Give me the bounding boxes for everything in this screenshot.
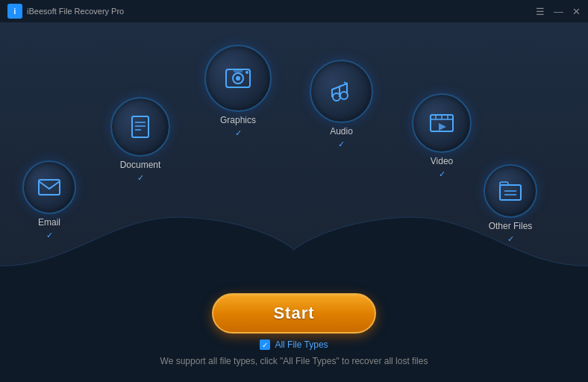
email-circle — [22, 160, 76, 214]
svg-marker-16 — [439, 123, 446, 131]
title-bar-controls: ☰ — ✕ — [536, 7, 581, 16]
otherfiles-label: Other Files — [489, 221, 533, 231]
document-label: Document — [120, 160, 161, 170]
audio-icon-group[interactable]: Audio ✓ — [310, 60, 373, 149]
svg-rect-3 — [234, 69, 243, 72]
video-label: Video — [431, 156, 453, 166]
main-area: Graphics ✓ Audio ✓ — [0, 22, 588, 382]
all-file-types-label[interactable]: All File Types — [275, 339, 328, 350]
svg-rect-7 — [132, 116, 148, 137]
bottom-area: Start ✓ All File Types We support all fi… — [0, 278, 588, 382]
title-bar-left: i iBeesoft File Recovery Pro — [7, 4, 124, 19]
audio-circle — [310, 60, 373, 123]
email-icon-group[interactable]: Email ✓ — [22, 160, 76, 240]
support-text: We support all file types, click "All Fi… — [160, 356, 428, 366]
video-check: ✓ — [439, 169, 445, 179]
graphics-icon-group[interactable]: Graphics ✓ — [204, 45, 272, 138]
video-icon-group[interactable]: Video ✓ — [412, 93, 472, 179]
document-circle — [110, 97, 170, 157]
audio-check: ✓ — [338, 140, 345, 149]
otherfiles-icon-group[interactable]: Other Files ✓ — [484, 164, 537, 244]
otherfiles-circle — [484, 164, 537, 218]
svg-point-4 — [245, 71, 248, 74]
close-button[interactable]: ✕ — [572, 7, 581, 16]
audio-label: Audio — [330, 126, 353, 137]
graphics-label: Graphics — [220, 115, 256, 125]
minimize-button[interactable]: — — [554, 7, 563, 16]
app-icon: i — [7, 4, 22, 19]
svg-rect-17 — [39, 180, 60, 195]
graphics-circle — [204, 45, 272, 112]
app-title: iBeesoft File Recovery Pro — [27, 7, 124, 16]
menu-button[interactable]: ☰ — [536, 7, 545, 16]
icons-area: Graphics ✓ Audio ✓ — [0, 22, 588, 276]
document-check: ✓ — [137, 173, 144, 183]
email-label: Email — [38, 217, 60, 228]
svg-point-2 — [236, 76, 240, 81]
email-check: ✓ — [46, 231, 53, 240]
svg-rect-18 — [500, 185, 521, 200]
start-button[interactable]: Start — [212, 293, 375, 334]
video-circle — [412, 93, 472, 153]
otherfiles-check: ✓ — [507, 234, 514, 244]
all-file-types-row: ✓ All File Types — [260, 339, 328, 350]
title-bar: i iBeesoft File Recovery Pro ☰ — ✕ — [0, 0, 588, 22]
graphics-check: ✓ — [235, 128, 242, 138]
all-file-types-checkbox[interactable]: ✓ — [260, 339, 270, 350]
document-icon-group[interactable]: Document ✓ — [110, 97, 170, 183]
